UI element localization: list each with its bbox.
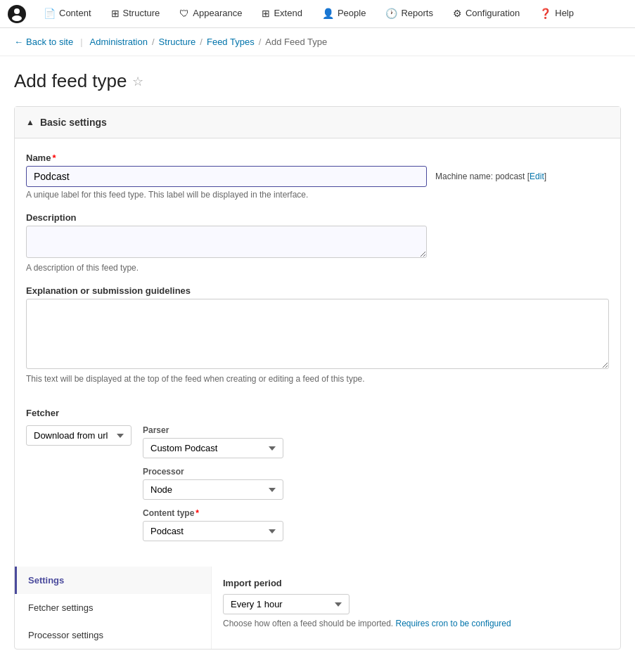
reports-icon: 🕐 [385, 8, 397, 19]
parser-label: Parser [143, 425, 283, 435]
settings-nav-settings[interactable]: Settings [15, 567, 211, 594]
description-help: A description of this feed type. [26, 263, 609, 273]
settings-nav-fetcher[interactable]: Fetcher settings [15, 594, 211, 621]
favorite-icon[interactable]: ☆ [132, 74, 143, 89]
nav-reports-label: Reports [401, 8, 433, 18]
back-arrow-icon: ← [14, 37, 23, 47]
structure-icon: ⊞ [111, 8, 120, 19]
breadcrumb-divider-1: | [80, 37, 82, 47]
content-type-col: Content type* Podcast Article Page [143, 508, 283, 541]
name-field-group: Name* Machine name: podcast [Edit] A uni… [26, 153, 609, 200]
nav-items: 📄 Content ⊞ Structure 🛡 Appearance ⊞ Ext… [34, 0, 584, 27]
nav-help[interactable]: ❓ Help [530, 0, 584, 27]
cron-link[interactable]: Requires cron to be configured [396, 619, 511, 628]
fetcher-col: Download from url None [26, 425, 132, 446]
breadcrumb-administration[interactable]: Administration [90, 37, 148, 47]
name-help: A unique label for this feed type. This … [26, 190, 609, 200]
content-icon: 📄 [44, 8, 56, 19]
settings-main: Import period Every 1 hour Every 15 minu… [212, 567, 620, 649]
nav-structure[interactable]: ⊞ Structure [101, 0, 170, 27]
machine-name-edit-link[interactable]: Edit [530, 172, 544, 181]
content-type-label: Content type* [143, 508, 283, 518]
svg-point-1 [14, 8, 20, 14]
fetcher-row: Download from url None Parser Custom Pod… [26, 425, 609, 541]
nav-configuration[interactable]: ⚙ Configuration [443, 0, 530, 27]
processor-col: Processor Node User Term [143, 467, 283, 500]
back-to-site-link[interactable]: ← Back to site [14, 37, 73, 47]
nav-appearance-label: Appearance [193, 8, 242, 18]
content-type-dropdown[interactable]: Podcast Article Page [143, 521, 283, 541]
parser-processor-group: Parser Custom Podcast RSS Atom Processor [143, 425, 283, 541]
guidelines-field-group: Explanation or submission guidelines Thi… [26, 285, 609, 384]
breadcrumb-sep-2: / [200, 37, 203, 47]
nav-people[interactable]: 👤 People [312, 0, 376, 27]
description-input[interactable] [26, 226, 427, 258]
import-period-label: Import period [223, 578, 609, 588]
name-input[interactable] [26, 166, 427, 187]
breadcrumb: ← Back to site | Administration / Struct… [0, 28, 635, 56]
guidelines-label: Explanation or submission guidelines [26, 285, 609, 296]
help-icon: ❓ [539, 8, 551, 19]
breadcrumb-sep-3: / [259, 37, 262, 47]
basic-settings-header[interactable]: ▲ Basic settings [15, 107, 620, 138]
settings-section: Settings Fetcher settings Processor sett… [15, 567, 620, 649]
site-logo [7, 4, 27, 24]
nav-configuration-label: Configuration [466, 8, 520, 18]
nav-appearance[interactable]: 🛡 Appearance [169, 0, 252, 27]
nav-people-label: People [338, 8, 366, 18]
name-label: Name* [26, 153, 609, 163]
form-card: ▲ Basic settings Name* Machine name: pod… [14, 106, 621, 650]
basic-settings-label: Basic settings [40, 117, 107, 128]
processor-dropdown[interactable]: Node User Term [143, 479, 283, 500]
back-to-site-label: Back to site [26, 37, 73, 47]
nav-reports[interactable]: 🕐 Reports [376, 0, 443, 27]
nav-content[interactable]: 📄 Content [34, 0, 101, 27]
settings-nav-processor[interactable]: Processor settings [15, 621, 211, 649]
nav-extend-label: Extend [274, 8, 302, 18]
page-title-text: Add feed type [14, 70, 127, 92]
nav-structure-label: Structure [123, 8, 160, 18]
breadcrumb-feed-types[interactable]: Feed Types [207, 37, 255, 47]
parser-col: Parser Custom Podcast RSS Atom [143, 425, 283, 458]
fetcher-section: Fetcher Download from url None Parser [26, 396, 609, 553]
basic-settings-body: Name* Machine name: podcast [Edit] A uni… [15, 138, 620, 567]
nav-help-label: Help [555, 8, 574, 18]
people-icon: 👤 [322, 8, 334, 19]
appearance-icon: 🛡 [179, 8, 189, 19]
guidelines-help: This text will be displayed at the top o… [26, 374, 448, 384]
name-row: Machine name: podcast [Edit] [26, 166, 609, 187]
nav-content-label: Content [59, 8, 91, 18]
guidelines-input[interactable] [26, 299, 609, 369]
collapse-icon: ▲ [26, 117, 34, 127]
breadcrumb-current: Add Feed Type [265, 37, 327, 47]
parser-dropdown[interactable]: Custom Podcast RSS Atom [143, 438, 283, 458]
fetcher-dropdown[interactable]: Download from url None [26, 425, 132, 446]
import-period-help: Choose how often a feed should be import… [223, 619, 609, 628]
top-navigation: 📄 Content ⊞ Structure 🛡 Appearance ⊞ Ext… [0, 0, 635, 28]
import-period-dropdown[interactable]: Every 1 hour Every 15 minutes Every 30 m… [223, 594, 349, 614]
page-content: Add feed type ☆ ▲ Basic settings Name* M… [0, 56, 635, 664]
fetcher-label: Fetcher [26, 408, 609, 418]
description-label: Description [26, 212, 609, 223]
processor-label: Processor [143, 467, 283, 477]
extend-icon: ⊞ [262, 8, 270, 19]
breadcrumb-structure[interactable]: Structure [159, 37, 196, 47]
svg-point-2 [12, 15, 22, 21]
page-title: Add feed type ☆ [14, 70, 621, 92]
settings-nav: Settings Fetcher settings Processor sett… [15, 567, 212, 649]
machine-name: Machine name: podcast [Edit] [435, 172, 546, 181]
configuration-icon: ⚙ [453, 8, 462, 19]
description-field-group: Description A description of this feed t… [26, 212, 609, 273]
breadcrumb-sep-1: / [152, 37, 155, 47]
name-required-star: * [52, 153, 56, 163]
nav-extend[interactable]: ⊞ Extend [252, 0, 312, 27]
